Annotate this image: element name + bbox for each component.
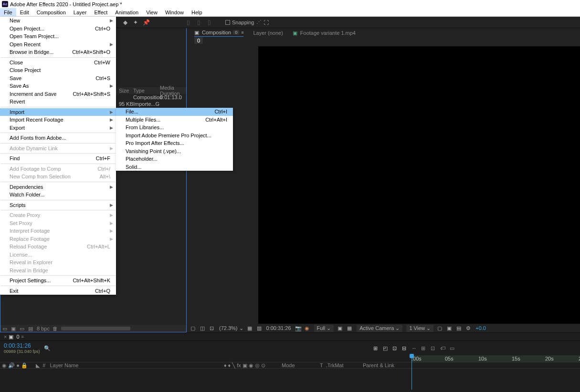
menuitem-open-recent[interactable]: Open Recent▶ [0, 41, 116, 49]
menuitem-project-settings-[interactable]: Project Settings...Ctrl+Alt+Shift+K [0, 277, 116, 285]
menuitem-save-as[interactable]: Save As▶ [0, 82, 116, 90]
menuitem-pro-import-after-effects-[interactable]: Pro Import After Effects... [116, 139, 233, 147]
menuitem-find[interactable]: FindCtrl+F [0, 155, 116, 163]
vf-icon[interactable]: ▦ [247, 325, 253, 331]
view-dropdown[interactable]: 1 View ⌄ [406, 325, 433, 332]
tool-icon[interactable]: 📌 [142, 19, 150, 26]
menuitem-export[interactable]: Export▶ [0, 124, 116, 132]
tl-icon[interactable]: ⊟ [402, 345, 408, 351]
tl-icon[interactable]: ↔ [411, 345, 417, 351]
exposure[interactable]: +0.0 [475, 325, 486, 331]
snap-ext-icon[interactable]: ⋰ [256, 19, 262, 25]
vf-icon[interactable]: ⊡ [210, 325, 215, 331]
menu-window[interactable]: Window [161, 8, 188, 16]
current-time[interactable]: 0:00:31:26 [4, 342, 40, 349]
menuitem-import-adobe-premiere-pro-project-[interactable]: Import Adobe Premiere Pro Project... [116, 132, 233, 140]
tl-icon[interactable]: ⊡ [431, 345, 436, 351]
vf-icon[interactable]: ◫ [200, 325, 206, 331]
new-comp-icon[interactable]: ▣ [11, 326, 17, 331]
viewer-canvas[interactable] [258, 46, 580, 324]
menuitem-revert[interactable]: Revert [0, 98, 116, 106]
menuitem-increment-and-save[interactable]: Increment and SaveCtrl+Alt+Shift+S [0, 90, 116, 98]
menuitem-placeholder-[interactable]: Placeholder... [116, 155, 233, 163]
playhead[interactable] [411, 355, 412, 390]
new-folder-icon[interactable]: ▭ [20, 326, 25, 331]
tl-icon[interactable]: ⊞ [373, 345, 379, 351]
camera-dropdown[interactable]: Active Camera ⌄ [357, 325, 402, 332]
menu-edit[interactable]: Edit [16, 8, 33, 16]
menuitem-scripts[interactable]: Scripts▶ [0, 201, 116, 209]
menu-animation[interactable]: Animation [111, 8, 142, 16]
menu-composition[interactable]: Composition [33, 8, 70, 16]
vf-icon[interactable]: ▦ [347, 325, 353, 331]
solo-icon[interactable]: ● [16, 362, 20, 368]
vf-icon[interactable]: ▥ [257, 325, 263, 331]
menuitem-vanishing-point-vpe-[interactable]: Vanishing Point (.vpe)... [116, 147, 233, 155]
tl-icon[interactable]: ◰ [383, 345, 389, 351]
tab-composition[interactable]: ▣ Composition 0 ≡ [194, 30, 243, 37]
tool-icon[interactable]: ▯ [184, 19, 192, 26]
menu-view[interactable]: View [142, 8, 161, 16]
tool-icon[interactable]: ◆ [121, 19, 129, 26]
eye-icon[interactable]: ◉ [2, 362, 7, 368]
menuitem-save[interactable]: SaveCtrl+S [0, 74, 116, 83]
menuitem-close[interactable]: CloseCtrl+W [0, 59, 116, 67]
search-icon[interactable]: 🔍 [44, 345, 50, 351]
vf-icon[interactable]: ⚙ [466, 325, 472, 331]
snapping-toggle[interactable]: Snapping ⋰ ⛶ [225, 19, 269, 25]
bpc-label[interactable]: 8 bpc [37, 326, 50, 331]
tool-icon[interactable]: ✦ [132, 19, 139, 26]
tl-icon[interactable]: 🏷 [440, 345, 446, 351]
vf-icon[interactable]: ▣ [447, 325, 453, 331]
shy-icon[interactable]: ◣ [36, 362, 40, 368]
menuitem-file-[interactable]: File...Ctrl+I [116, 108, 233, 116]
menuitem-open-project-[interactable]: Open Project...Ctrl+O [0, 25, 116, 33]
viewer-panel: ▣ Composition 0 ≡ Layer (none) ▣ Footage… [187, 28, 580, 332]
menuitem-import-recent-footage[interactable]: Import Recent Footage▶ [0, 116, 116, 124]
menuitem-multiple-files-[interactable]: Multiple Files...Ctrl+Alt+I [116, 116, 233, 124]
menuitem-dependencies[interactable]: Dependencies▶ [0, 183, 116, 191]
tab-footage[interactable]: ▣ Footage variante 1.mp4 [293, 30, 356, 36]
tool-icon[interactable]: ▯ [205, 19, 213, 26]
tl-icon[interactable]: ⊡ [392, 345, 398, 351]
audio-icon[interactable]: 🔊 [8, 362, 15, 368]
tl-icon[interactable]: ▭ [450, 345, 455, 351]
folder-icon[interactable]: ▭ [2, 326, 8, 331]
snapshot-icon[interactable]: 📷 [295, 325, 301, 331]
vf-icon[interactable]: ▤ [456, 325, 462, 331]
menuitem-open-team-project-[interactable]: Open Team Project... [0, 32, 116, 41]
zoom-dropdown[interactable]: (72.3%) ⌄ [219, 325, 243, 331]
vf-icon[interactable]: ▣ [337, 325, 343, 331]
snap-ext-icon[interactable]: ⛶ [264, 20, 269, 25]
vf-icon[interactable]: ▢ [190, 325, 196, 331]
color-icon[interactable]: ◉ [305, 325, 310, 331]
menuitem-import[interactable]: Import▶ [0, 108, 116, 116]
scrollbar[interactable] [61, 327, 130, 330]
menu-help[interactable]: Help [188, 8, 206, 16]
menuitem-solid-[interactable]: Solid... [116, 163, 233, 171]
time-display[interactable]: 0:00:31:26 [266, 325, 291, 331]
close-tab-icon[interactable]: × [4, 334, 7, 340]
resolution-dropdown[interactable]: Full ⌄ [314, 325, 334, 332]
tick: 05s [445, 356, 453, 361]
menuitem-from-libraries-[interactable]: From Libraries... [116, 124, 233, 132]
menu-layer[interactable]: Layer [70, 8, 91, 16]
menu-file[interactable]: File [0, 8, 16, 16]
menuitem-new[interactable]: New▶ [0, 17, 116, 25]
menuitem-add-fonts-from-adobe-[interactable]: Add Fonts from Adobe... [0, 134, 116, 142]
tl-icon[interactable]: ⊞ [421, 345, 427, 351]
tool-icon[interactable]: ▯ [195, 19, 202, 26]
menuitem-close-project[interactable]: Close Project [0, 66, 116, 74]
menuitem-watch-folder-[interactable]: Watch Folder... [0, 191, 116, 199]
trash-icon[interactable]: 🗑 [53, 326, 58, 331]
vf-icon[interactable]: ▢ [437, 325, 443, 331]
tab-layer[interactable]: Layer (none) [253, 30, 283, 36]
lock-icon[interactable]: 🔒 [21, 362, 28, 368]
project-footer: ▭ ▣ ▭ ▤ 8 bpc 🗑 [0, 325, 186, 332]
bpc-icon[interactable]: ▤ [28, 326, 34, 331]
timeline-tab[interactable]: 0 [16, 334, 19, 340]
menu-effect[interactable]: Effect [90, 8, 111, 16]
time-ruler[interactable]: :00s05s10s15s20s25s [411, 355, 580, 362]
menuitem-exit[interactable]: ExitCtrl+Q [0, 287, 116, 295]
menuitem-browse-in-bridge-[interactable]: Browse in Bridge...Ctrl+Alt+Shift+O [0, 48, 116, 56]
